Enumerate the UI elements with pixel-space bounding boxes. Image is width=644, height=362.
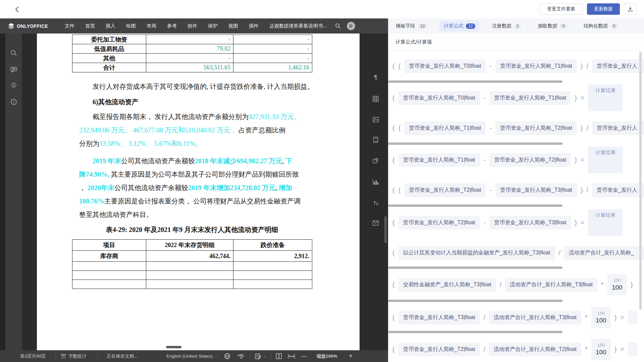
menu-item-3[interactable]: 绘图 (121, 18, 141, 34)
formula-row: (以公计且其变动计入当期损益的金融资产_发行人简称_T3|float/流动资产合… (388, 238, 644, 268)
menu-item-10[interactable]: 达观数据债券募集说明书... (264, 18, 332, 34)
download-button[interactable] (624, 3, 637, 15)
menu-search-button[interactable] (335, 23, 341, 29)
field-chip-clipped[interactable] (628, 311, 637, 324)
field-chip[interactable]: 货币资金_发行人简称_T3|float (489, 216, 571, 230)
headerfooter-settings-icon[interactable] (373, 137, 378, 144)
field-chip[interactable]: 流动资产合计_发行人简称_T2|float (489, 343, 581, 356)
constant-chip[interactable]: 100100 (607, 274, 627, 295)
result-chip[interactable]: 计算结果 (588, 84, 623, 111)
field-chip[interactable]: 货币资金_发行人简称_T2|float (404, 183, 486, 197)
constant-chip[interactable]: 100100 (591, 307, 611, 328)
track-changes-button[interactable]: ⌄ (255, 350, 266, 362)
horizontal-scrollbar[interactable] (388, 80, 562, 83)
horizontal-scrollbar[interactable] (388, 204, 562, 207)
paragraph-settings-icon[interactable]: ¶ (374, 74, 377, 81)
menu-item-6[interactable]: 协作 (182, 18, 203, 34)
tab-注册数据[interactable]: 注册数据2 (488, 20, 526, 32)
tab-模板字段[interactable]: 模板字段10 (391, 20, 431, 32)
result-chip[interactable]: 计算结果 (588, 146, 623, 173)
field-chip[interactable]: 交易性金融资产_发行人简称_T3|float (398, 278, 496, 292)
document-language-button[interactable] (224, 350, 230, 362)
operator: ) (575, 94, 577, 102)
zoom-in-button[interactable]: + (349, 350, 353, 362)
field-chip[interactable]: 以公计且其变动计入当期损益的金融资产_发行人简称_T3|float (398, 246, 555, 260)
image-settings-icon[interactable] (373, 117, 379, 124)
field-chip[interactable]: 货币资金_发行人简称_T2|float (398, 343, 480, 356)
fit-width-button[interactable] (288, 350, 295, 362)
horizontal-scrollbar[interactable] (388, 266, 562, 269)
operator: ( (392, 62, 395, 70)
spellcheck-button[interactable]: ABC (237, 350, 245, 362)
field-chip[interactable]: 流动资产合计_发行人简称_T3|float (505, 278, 597, 292)
field-chip[interactable]: 货币资金_发行人简称_T0|float (404, 59, 486, 73)
field-chip[interactable]: 货币资金_发行人 (592, 59, 644, 73)
chart-settings-icon[interactable] (373, 179, 379, 186)
field-chip[interactable]: 货币资金_发行人 (592, 183, 644, 197)
zoom-level[interactable]: 缩放100% (317, 350, 337, 362)
field-chip[interactable]: 货币资金_发行人简称_T2|float (398, 216, 480, 230)
navigation-icon[interactable] (10, 82, 17, 89)
update-data-button[interactable]: 更新数据 (587, 3, 620, 15)
doc-text-line: ， 2020年末公司其他流动资产余额较2019 年末增加234,728.02 万… (79, 181, 320, 194)
horizontal-scrollbar[interactable] (388, 331, 562, 333)
field-chip[interactable]: 货币资金_发行人简称_T2|float (495, 121, 577, 135)
doc-text: 其主要原因是为公司本部及其子公司部分理财产品到期赎回所致 (109, 171, 299, 178)
menu-item-8[interactable]: 视图 (223, 18, 244, 34)
horizontal-scrollbar[interactable] (388, 300, 562, 302)
table-row: 委托加工物资-- (72, 35, 312, 44)
menu-item-2[interactable]: 插入 (100, 18, 121, 34)
horizontal-scrollbar[interactable] (388, 142, 562, 145)
shape-settings-icon[interactable] (373, 158, 379, 166)
word-count-button[interactable]: 123 字数统计 (60, 350, 87, 362)
field-chip[interactable]: 货币资金_发行人简称_T2|float (489, 153, 571, 167)
operator: ( (398, 124, 401, 132)
field-chip[interactable]: 货币资金_发行人简称_T3|float (398, 311, 480, 324)
tab-计算公式[interactable]: 计算公式12 (439, 20, 479, 32)
language-selector[interactable]: English (United States)⌄ (166, 350, 217, 362)
table-settings-icon[interactable] (373, 96, 379, 104)
avatar[interactable]: D (347, 22, 355, 30)
about-icon[interactable] (10, 99, 17, 107)
result-chip[interactable]: 计算结果 (588, 209, 623, 236)
field-chip[interactable]: 货币资金_发行人简称_T1|float (489, 91, 571, 105)
page-indicator[interactable]: 第3页共99页 (20, 350, 46, 362)
editor-horizontal-scrollbar[interactable] (166, 346, 181, 348)
constant-chip[interactable]: 100100 (591, 339, 611, 360)
textart-settings-icon[interactable]: Ta (373, 200, 378, 206)
menu-item-0[interactable]: 文件 (59, 18, 80, 34)
table-row: 低值易耗品79.82- (72, 44, 312, 54)
comments-icon[interactable] (10, 66, 17, 74)
change-file-elements-button[interactable]: 变更文件要素 (539, 3, 583, 15)
back-button[interactable] (13, 5, 22, 14)
zoom-out-button[interactable]: — (301, 350, 307, 362)
search-icon[interactable] (10, 50, 17, 58)
field-chip[interactable]: 货币资金_发行人简称_T1|float (495, 59, 577, 73)
field-chip[interactable]: 货币资金_发行人简称_T3|float (495, 183, 577, 197)
panel-vertical-scrollbar[interactable] (639, 52, 642, 310)
field-chip[interactable]: 货币资金_发行人 (592, 121, 644, 135)
menu-item-4[interactable]: 布局 (141, 18, 162, 34)
mailmerge-icon[interactable] (373, 221, 379, 227)
field-chip-clipped[interactable] (628, 343, 637, 356)
field-chip[interactable]: 货币资金_发行人简称_T1|float (398, 153, 480, 167)
operator: ) (614, 346, 617, 353)
document-page[interactable]: 委托加工物资--低值易耗品79.82-其他--合计563,511.651,462… (37, 34, 360, 350)
editor-vertical-scrollbar[interactable] (384, 216, 387, 243)
menu-item-5[interactable]: 参考 (162, 18, 182, 34)
tab-结构化数据[interactable]: 结构化数据0 (579, 20, 622, 32)
table-cell: - (233, 35, 312, 44)
menu-item-9[interactable]: 插件 (244, 18, 264, 34)
operator: ( (392, 346, 395, 353)
table-cell: 委托加工物资 (72, 35, 146, 44)
tab-count-badge: 0 (560, 23, 567, 29)
menu-item-7[interactable]: 保护 (203, 18, 223, 34)
field-chip[interactable]: 货币资金_发行人简称_T0|float (398, 91, 480, 105)
field-chip[interactable]: 货币资金_发行人简称_T1|float (404, 121, 486, 135)
field-chip[interactable]: 流动资产合计_发行人简称_ (564, 246, 644, 260)
left-toolbar (0, 34, 22, 350)
menu-item-1[interactable]: 首页 (80, 18, 100, 34)
fit-page-button[interactable] (276, 350, 282, 362)
tab-抽取数据[interactable]: 抽取数据0 (533, 20, 571, 32)
field-chip[interactable]: 流动资产合计_发行人简称_T3|float (489, 311, 581, 324)
